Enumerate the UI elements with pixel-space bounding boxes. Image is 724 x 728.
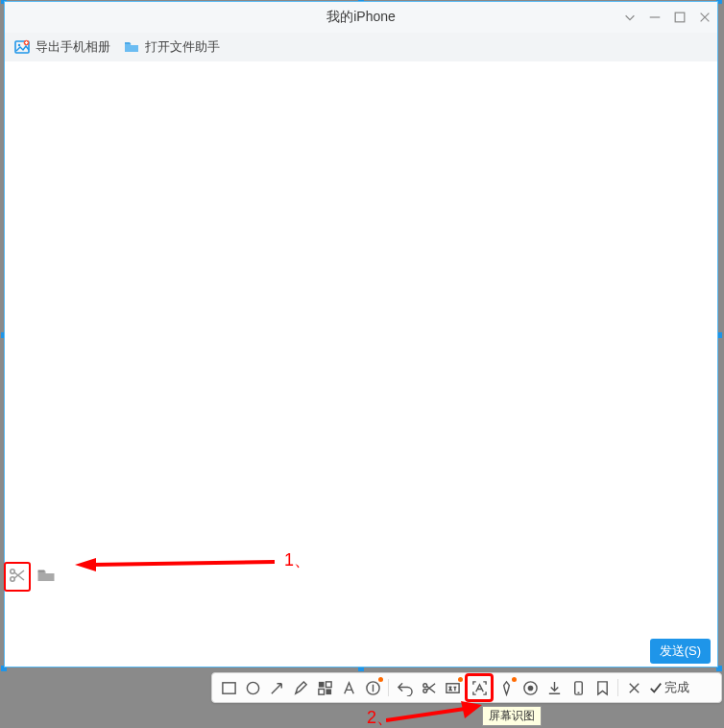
rect-tool[interactable] <box>218 677 239 698</box>
open-file-helper-button[interactable]: 打开文件助手 <box>124 38 220 56</box>
minimize-button[interactable] <box>648 11 662 24</box>
screen-ocr-button[interactable] <box>465 673 494 702</box>
cut-button[interactable] <box>418 677 439 698</box>
mosaic-tool[interactable] <box>314 677 335 698</box>
undo-button[interactable] <box>394 677 415 698</box>
record-button[interactable] <box>519 677 541 698</box>
translate-button[interactable] <box>442 677 463 698</box>
export-album-button[interactable]: 导出手机相册 <box>14 38 110 56</box>
svg-rect-6 <box>222 682 234 692</box>
window-title: 我的iPhone <box>326 9 396 26</box>
send-to-phone-button[interactable] <box>567 677 589 698</box>
screenshot-button[interactable] <box>4 562 31 592</box>
annotation-label-2: 2、 <box>367 706 394 728</box>
svg-rect-10 <box>318 689 324 694</box>
titlebar: 我的iPhone <box>5 2 717 33</box>
message-area <box>5 61 717 667</box>
check-icon <box>649 681 663 694</box>
photo-export-icon <box>14 39 30 55</box>
annotation-arrow-2 <box>386 701 482 722</box>
tooltip: 屏幕识图 <box>482 706 542 726</box>
svg-point-4 <box>11 570 14 573</box>
close-button[interactable] <box>698 11 712 24</box>
open-file-helper-label: 打开文件助手 <box>145 38 220 56</box>
chat-window: 我的iPhone 导出手机相册 <box>4 1 718 667</box>
folder-icon <box>36 566 56 585</box>
export-album-label: 导出手机相册 <box>36 38 110 56</box>
favorite-button[interactable] <box>591 677 613 698</box>
done-label: 完成 <box>664 679 689 696</box>
annotation-label-1: 1、 <box>284 548 311 571</box>
scissors-icon <box>8 566 27 585</box>
svg-rect-0 <box>675 12 685 22</box>
svg-point-5 <box>11 577 14 581</box>
svg-point-17 <box>527 685 533 691</box>
folder-icon <box>124 39 139 55</box>
counter-tool[interactable] <box>362 677 383 698</box>
input-tool-row <box>4 562 56 592</box>
screen-ocr-icon <box>471 680 488 696</box>
pin-button[interactable] <box>495 677 517 698</box>
download-button[interactable] <box>543 677 565 698</box>
svg-point-14 <box>422 689 426 692</box>
done-button[interactable]: 完成 <box>647 679 689 696</box>
svg-point-2 <box>18 44 20 46</box>
svg-point-7 <box>247 682 258 693</box>
text-tool[interactable] <box>338 677 359 698</box>
screenshot-toolbar: 完成 <box>211 672 722 703</box>
send-file-button[interactable] <box>36 566 56 588</box>
arrow-tool[interactable] <box>266 677 287 698</box>
ellipse-tool[interactable] <box>242 677 263 698</box>
cancel-button[interactable] <box>623 677 644 698</box>
svg-rect-8 <box>318 681 324 687</box>
pencil-tool[interactable] <box>290 677 311 698</box>
maximize-button[interactable] <box>673 11 687 24</box>
svg-rect-9 <box>326 681 331 687</box>
svg-rect-15 <box>446 683 458 692</box>
dropdown-icon[interactable] <box>623 11 637 24</box>
toolbar: 导出手机相册 打开文件助手 <box>5 33 717 61</box>
svg-rect-11 <box>326 689 331 694</box>
svg-point-13 <box>422 683 426 687</box>
send-button[interactable]: 发送(S) <box>650 639 711 664</box>
